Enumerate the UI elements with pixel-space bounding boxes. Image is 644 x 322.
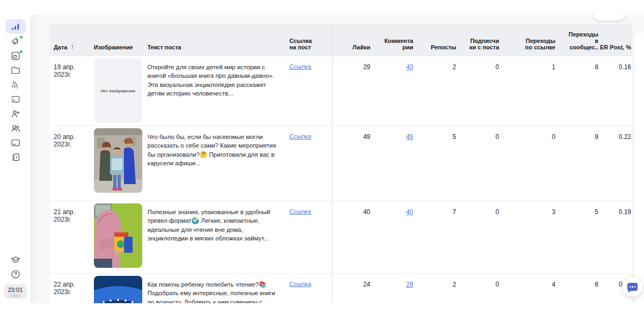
er-post-value: 0.19: [598, 201, 632, 273]
column-header-comments: Комментарии: [370, 24, 413, 56]
cast-icon: [10, 94, 21, 105]
help-icon: [10, 269, 21, 280]
main-area: 23:01 2.63.0 Дата ↑ Изображение Текст по…: [0, 15, 644, 303]
sidebar-item-billing[interactable]: [5, 135, 26, 150]
notification-dot: [19, 35, 23, 39]
subscribers-value: 0: [456, 126, 499, 201]
comments-link[interactable]: 45: [406, 133, 413, 141]
column-header-post-text: Текст поста: [148, 24, 290, 56]
column-header-reposts: Репосты: [413, 24, 456, 56]
likes-value: 49: [333, 126, 370, 201]
sidebar-item-analytics[interactable]: [5, 19, 26, 34]
link-clicks-value: 0: [499, 126, 555, 201]
app-version: 2.63.0: [7, 294, 24, 297]
sidebar-item-projects[interactable]: [5, 63, 26, 77]
subscribers-value: 0: [456, 274, 499, 303]
post-text: Полезные знания, упакованные в удобный т…: [148, 201, 290, 273]
community-clicks-value: 6: [555, 274, 598, 303]
payments-icon: [10, 152, 21, 163]
column-header-link-clicks: Переходы по ссылке: [499, 24, 555, 56]
likes-value: 29: [333, 56, 370, 126]
comments-link[interactable]: 40: [406, 63, 413, 71]
post-link[interactable]: Ссылка: [289, 63, 311, 70]
post-image-cell: Нет изображения: [94, 56, 148, 126]
likes-value: 40: [333, 201, 370, 273]
column-header-subscribers: Подписчики с поста: [456, 24, 499, 56]
metrics-group: 49 45 5 0 0 9 0.22: [332, 126, 632, 201]
post-text: Откройте для своих детей мир истории с к…: [148, 56, 290, 126]
community-clicks-value: 5: [555, 201, 598, 273]
sort-ascending-icon: ↑: [70, 42, 74, 50]
users-icon: [10, 123, 21, 134]
table-row: 21 апр. 2023г.: [49, 201, 632, 274]
post-date: 20 апр. 2023г.: [49, 126, 94, 201]
sidebar-item-invite[interactable]: [5, 106, 26, 121]
metrics-group: 24 29 2 0 4 6 0.12: [332, 274, 632, 303]
collapsed-panel-handle[interactable]: [594, 9, 625, 20]
metrics-group: 29 40 2 0 1 8 0.16: [332, 56, 632, 126]
comments-link[interactable]: 40: [406, 208, 413, 216]
reposts-value: 5: [413, 126, 456, 201]
column-header-image: Изображение: [94, 24, 148, 56]
column-header-er-post: ER Post, %: [598, 24, 632, 56]
sidebar-item-content[interactable]: [5, 48, 26, 63]
post-date: 19 апр. 2023г.: [49, 56, 94, 126]
notification-dot: [19, 50, 23, 54]
er-post-value: 0.22: [598, 126, 632, 201]
column-header-date-label: Дата: [54, 44, 67, 50]
table-row: 19 апр. 2023г. Нет изображения Откройте …: [49, 56, 632, 126]
metrics-group: 40 40 7 0 3 5 0.19: [332, 201, 632, 273]
link-clicks-value: 1: [499, 56, 555, 126]
metrics-header-group: Лайки Комментарии Репосты Подписчики с п…: [332, 24, 632, 56]
post-image-cell: [94, 274, 148, 303]
likes-value: 24: [333, 274, 370, 303]
post-link[interactable]: Ссылка: [289, 208, 311, 215]
support-chat-button[interactable]: [623, 277, 642, 297]
sidebar-item-stream[interactable]: [5, 92, 26, 106]
post-image: [94, 276, 142, 303]
column-header-likes: Лайки: [333, 24, 370, 56]
reposts-value: 2: [413, 274, 456, 303]
comments-link[interactable]: 29: [406, 281, 413, 288]
sidebar-item-feed[interactable]: [5, 77, 26, 92]
user-plus-icon: [10, 108, 21, 119]
sidebar-item-payments[interactable]: [5, 150, 26, 164]
post-text: Как помочь ребенку полюбить чтение?📚 Под…: [148, 274, 290, 303]
community-clicks-value: 8: [555, 56, 598, 126]
subscribers-value: 0: [456, 201, 499, 273]
table-row: 20 апр. 2023г.: [49, 126, 632, 201]
post-link[interactable]: Ссылка: [289, 281, 311, 287]
no-image-label: Нет изображения: [94, 58, 142, 123]
post-image-cell: [94, 126, 148, 201]
er-post-value: 0.16: [598, 56, 632, 126]
sidebar: 23:01 2.63.0: [0, 15, 31, 303]
chat-bubble-icon: [627, 283, 638, 291]
post-link[interactable]: Ссылка: [289, 133, 311, 140]
sidebar-item-team[interactable]: [5, 121, 26, 135]
link-clicks-value: 3: [499, 201, 555, 273]
sidebar-item-help[interactable]: [5, 267, 26, 281]
folder-icon: [10, 65, 21, 76]
post-image-cell: [94, 201, 148, 273]
sidebar-item-promo[interactable]: [5, 34, 26, 48]
column-header-community-clicks: Переходы в сообщес..: [555, 24, 598, 56]
reposts-value: 7: [413, 201, 456, 273]
reposts-value: 2: [413, 56, 456, 126]
table-body: 19 апр. 2023г. Нет изображения Откройте …: [49, 56, 632, 303]
session-time-badge: 23:01 2.63.0: [4, 284, 27, 299]
post-image: [94, 128, 142, 193]
post-text: Что было бы, если бы насекомые могли рас…: [148, 126, 290, 201]
table-row: 22 апр. 2023г.: [49, 274, 632, 303]
subscribers-value: 0: [456, 56, 499, 126]
bar-chart-icon: [10, 21, 21, 32]
sidebar-item-training[interactable]: [5, 252, 26, 267]
community-clicks-value: 9: [555, 126, 598, 201]
right-panel-edge: [635, 33, 644, 303]
rss-icon: [10, 79, 21, 90]
column-header-post-link: Ссылка на пост: [289, 24, 332, 56]
graduation-cap-icon: [10, 254, 21, 265]
post-image: [94, 203, 142, 268]
session-time: 23:01: [7, 287, 24, 293]
column-header-date[interactable]: Дата ↑: [49, 24, 94, 56]
posts-stats-table: Дата ↑ Изображение Текст поста Ссылка на…: [49, 24, 632, 303]
